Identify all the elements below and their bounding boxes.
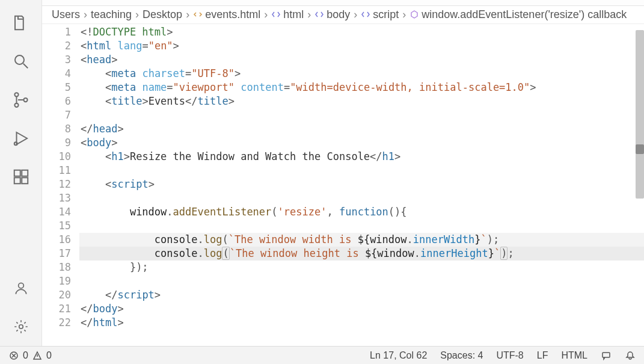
svg-rect-6 (22, 170, 28, 176)
status-language[interactable]: HTML (561, 350, 587, 361)
code-line[interactable]: </html> (79, 316, 644, 330)
symbol-icon (271, 10, 281, 19)
breadcrumb-item[interactable]: body (314, 8, 350, 21)
symbol-icon (361, 10, 370, 19)
code-content[interactable]: <!DOCTYPE html><html lang="en"><head> <m… (79, 24, 644, 346)
code-editor[interactable]: 12345678910111213141516171819202122 <!DO… (42, 24, 644, 346)
search-icon[interactable] (7, 47, 35, 76)
error-icon[interactable] (8, 350, 19, 361)
code-line[interactable]: </script> (79, 288, 644, 302)
extensions-icon[interactable] (7, 162, 35, 191)
svg-rect-7 (14, 177, 20, 184)
svg-rect-5 (14, 170, 20, 176)
svg-point-1 (14, 93, 18, 96)
breadcrumb-item[interactable]: script (361, 8, 399, 21)
svg-point-0 (15, 55, 24, 64)
breadcrumb-item[interactable]: Users (52, 8, 80, 21)
code-line[interactable]: <body> (79, 136, 644, 150)
code-line[interactable]: console.log(`The window width is ${windo… (79, 233, 644, 247)
code-line[interactable] (79, 164, 644, 177)
bell-icon[interactable] (625, 350, 636, 361)
chevron-right-icon: › (264, 8, 268, 21)
code-line[interactable]: console.log(`The window height is ${wind… (79, 247, 644, 261)
svg-rect-8 (22, 177, 28, 184)
feedback-icon[interactable] (601, 350, 612, 361)
status-cursor[interactable]: Ln 17, Col 62 (370, 350, 427, 361)
code-line[interactable]: <html lang="en"> (79, 39, 644, 53)
symbol-method-icon (409, 10, 419, 19)
status-bar: 0 0 Ln 17, Col 62 Spaces: 4 UTF-8 LF HTM… (0, 346, 644, 364)
code-line[interactable]: <meta charset="UTF-8"> (79, 67, 644, 81)
chevron-right-icon: › (186, 8, 189, 21)
code-line[interactable]: </head> (79, 122, 644, 136)
chevron-right-icon: › (402, 8, 406, 21)
code-line[interactable]: }); (79, 261, 644, 274)
code-line[interactable]: <head> (79, 53, 644, 67)
code-line[interactable]: <h1>Resize the Window and Watch the Cons… (79, 150, 644, 164)
breadcrumb-item[interactable]: events.html (193, 8, 260, 21)
symbol-icon (314, 10, 324, 19)
chevron-right-icon: › (354, 8, 357, 21)
run-debug-icon[interactable] (7, 124, 35, 153)
breadcrumb-item[interactable]: Desktop (143, 8, 182, 21)
chevron-right-icon: › (135, 8, 139, 21)
code-line[interactable]: <!DOCTYPE html> (79, 25, 644, 39)
settings-gear-icon[interactable] (7, 312, 35, 341)
warning-icon[interactable] (32, 350, 43, 361)
chevron-right-icon: › (84, 8, 87, 21)
svg-point-2 (14, 103, 18, 107)
breadcrumb[interactable]: Users › teaching › Desktop › events.html… (42, 6, 644, 24)
code-line[interactable] (79, 191, 644, 205)
activity-bar (0, 0, 42, 346)
breadcrumb-item[interactable]: window.addEventListener('resize') callba… (409, 8, 627, 21)
code-line[interactable]: </body> (79, 302, 644, 316)
code-line[interactable]: <title>Events</title> (79, 94, 644, 108)
svg-point-10 (19, 325, 23, 329)
tab-strip[interactable] (42, 0, 644, 6)
explorer-icon[interactable] (7, 8, 35, 37)
status-encoding[interactable]: UTF-8 (496, 350, 523, 361)
status-indent[interactable]: Spaces: 4 (440, 350, 483, 361)
status-eol[interactable]: LF (537, 350, 548, 361)
file-code-icon (193, 10, 203, 19)
svg-point-9 (18, 283, 23, 288)
svg-point-3 (23, 98, 27, 102)
scrollbar-vertical[interactable] (636, 24, 644, 346)
source-control-icon[interactable] (7, 85, 35, 114)
line-number-gutter: 12345678910111213141516171819202122 (42, 24, 79, 346)
breadcrumb-item[interactable]: html (271, 8, 304, 21)
status-errors[interactable]: 0 (23, 350, 28, 361)
svg-rect-12 (603, 353, 610, 357)
code-line[interactable] (79, 274, 644, 288)
chevron-right-icon: › (307, 8, 311, 21)
status-warnings[interactable]: 0 (46, 350, 52, 361)
code-line[interactable]: <meta name="viewport" content="width=dev… (79, 81, 644, 94)
editor-group: Users › teaching › Desktop › events.html… (42, 0, 644, 346)
code-line[interactable]: <script> (79, 177, 644, 191)
code-line[interactable] (79, 219, 644, 233)
svg-point-4 (14, 142, 17, 145)
account-icon[interactable] (7, 274, 35, 303)
breadcrumb-item[interactable]: teaching (91, 8, 132, 21)
code-line[interactable]: window.addEventListener('resize', functi… (79, 205, 644, 219)
code-line[interactable] (79, 108, 644, 122)
